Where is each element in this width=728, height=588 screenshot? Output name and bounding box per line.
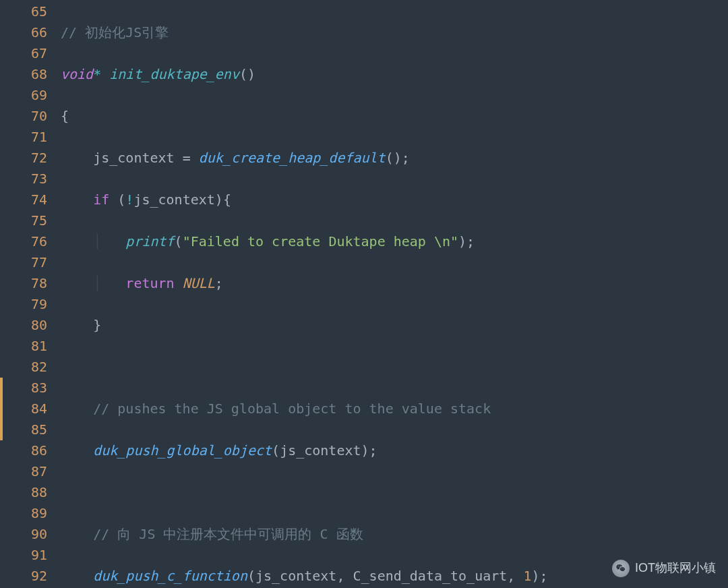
- line-number: 87: [0, 461, 61, 482]
- code-line[interactable]: js_context = duk_create_heap_default();: [61, 148, 728, 169]
- line-number: 91: [0, 545, 61, 566]
- line-number: 82: [0, 357, 61, 378]
- wechat-icon: [612, 560, 630, 577]
- line-number: 71: [0, 127, 61, 148]
- line-number: 68: [0, 64, 61, 85]
- code-line[interactable]: // 向 JS 中注册本文件中可调用的 C 函数: [61, 524, 728, 545]
- code-line[interactable]: // pushes the JS global object to the va…: [61, 399, 728, 419]
- line-number: 80: [0, 315, 61, 336]
- line-number: 69: [0, 85, 61, 106]
- line-number: 84: [0, 399, 61, 419]
- line-number: 90: [0, 524, 61, 545]
- code-line[interactable]: │ return NULL;: [61, 273, 728, 294]
- code-line[interactable]: }: [61, 315, 728, 336]
- code-line[interactable]: [61, 482, 728, 503]
- line-number: 66: [0, 22, 61, 43]
- watermark-text: IOT物联网小镇: [635, 558, 716, 579]
- line-number: 81: [0, 336, 61, 357]
- watermark: IOT物联网小镇: [612, 558, 716, 579]
- code-line[interactable]: │ printf("Failed to create Duktape heap …: [61, 231, 728, 252]
- line-number: 70: [0, 106, 61, 127]
- line-number: 88: [0, 482, 61, 503]
- modification-marker: [0, 378, 3, 440]
- line-number: 73: [0, 169, 61, 189]
- line-number: 85: [0, 419, 61, 440]
- line-number: 75: [0, 210, 61, 231]
- line-number: 79: [0, 294, 61, 315]
- line-number: 83: [0, 378, 61, 399]
- code-line[interactable]: [61, 357, 728, 378]
- line-number: 92: [0, 566, 61, 587]
- code-area[interactable]: // 初始化JS引擎 void* init_duktape_env() { js…: [61, 0, 728, 588]
- code-line[interactable]: // 初始化JS引擎: [61, 22, 728, 43]
- code-line[interactable]: {: [61, 106, 728, 127]
- line-number: 89: [0, 503, 61, 524]
- code-line[interactable]: duk_push_global_object(js_context);: [61, 440, 728, 461]
- line-number: 77: [0, 252, 61, 273]
- line-number: 72: [0, 148, 61, 169]
- line-number: 74: [0, 189, 61, 210]
- code-line[interactable]: if (!js_context){: [61, 189, 728, 210]
- line-number: 76: [0, 231, 61, 252]
- line-number: 78: [0, 273, 61, 294]
- line-number: 86: [0, 440, 61, 461]
- line-number: 67: [0, 43, 61, 64]
- line-number-gutter: 65 66 67 68 69 70 71 72 73 74 75 76 77 7…: [0, 0, 61, 588]
- code-line[interactable]: void* init_duktape_env(): [61, 64, 728, 85]
- line-number: 65: [0, 1, 61, 22]
- code-editor[interactable]: 65 66 67 68 69 70 71 72 73 74 75 76 77 7…: [0, 0, 728, 588]
